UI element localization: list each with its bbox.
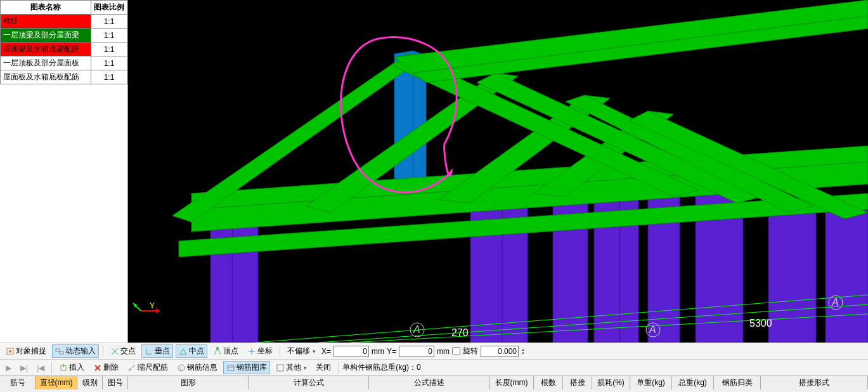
mm-label-2: mm (437, 347, 450, 356)
row-ratio: 1:1 (91, 56, 127, 70)
other-dropdown[interactable]: 其他 (273, 361, 310, 374)
col-class[interactable]: 钢筋归类 (714, 376, 761, 389)
col-desc[interactable]: 公式描述 (369, 376, 489, 389)
row-ratio: 1:1 (91, 42, 127, 56)
y-label: Y= (387, 347, 396, 356)
svg-point-55 (178, 365, 185, 371)
col-count[interactable]: 根数 (534, 376, 563, 389)
dyn-input-icon (55, 347, 64, 356)
info-icon: i (177, 363, 186, 372)
rotate-checkbox[interactable] (452, 347, 460, 355)
nav-last-button[interactable]: |◀ (34, 362, 48, 374)
insert-icon (59, 363, 68, 372)
side-header-ratio: 图表比例 (91, 1, 127, 15)
svg-rect-59 (277, 365, 283, 371)
delete-icon (93, 363, 102, 372)
svg-rect-45 (60, 351, 63, 354)
table-row[interactable]: 一层顶梁及部分屋面梁1:1 (1, 29, 127, 42)
col-shape[interactable]: 图形 (128, 376, 249, 389)
x-input[interactable] (334, 346, 369, 357)
side-header-name: 图表名称 (1, 1, 91, 15)
cross-icon (110, 347, 119, 356)
svg-marker-9 (768, 197, 816, 343)
edit-toolbar: ▶ ▶| |◀ 插入 删除 缩尺配筋 i 钢筋信息 钢筋图库 其他 关闭 单构件… (0, 359, 868, 376)
ucs-icon: Y (133, 301, 160, 313)
snap-icon (6, 347, 15, 356)
bottom-area: 对象捕捉 动态输入 交点 垂点 中点 顶点 坐标 不偏移 X= mm Y= mm… (0, 343, 868, 389)
other-icon (276, 363, 285, 372)
intersection-snap-button[interactable]: 交点 (107, 344, 139, 358)
rebar-library-button[interactable]: 钢筋图库 (223, 361, 270, 374)
apex-icon (213, 347, 222, 356)
svg-point-43 (9, 350, 11, 353)
layer-table[interactable]: 图表名称 图表比例 柱t31:1一层顶梁及部分屋面梁1:1屋面梁及水箱底梁配筋1… (0, 0, 127, 84)
object-snap-button[interactable]: 对象捕捉 (3, 344, 49, 358)
col-diameter[interactable]: 直径(mm) (36, 376, 77, 389)
table-row[interactable]: 一层顶板及部分屋面板1:1 (1, 56, 127, 70)
rotate-stepper[interactable]: ▲▼ (521, 348, 525, 355)
perpendicular-snap-button[interactable]: 垂点 (141, 344, 173, 358)
row-name: 一层顶板及部分屋面板 (1, 56, 91, 70)
col-shape-no[interactable]: 图号 (103, 376, 128, 389)
total-weight-label: 单构件钢筋总重(kg)：0 (342, 362, 420, 373)
apex-snap-button[interactable]: 顶点 (210, 344, 242, 358)
mm-label-1: mm (372, 347, 384, 356)
col-loss[interactable]: 损耗(%) (592, 376, 630, 389)
offset-select[interactable]: 不偏移 (284, 344, 319, 358)
row-name: 屋面梁及水箱底梁配筋 (1, 42, 91, 56)
col-rebar-no[interactable]: 筋号 (0, 376, 36, 389)
rotate-label: 旋转 (463, 346, 478, 356)
scale-icon (127, 363, 136, 372)
delete-button[interactable]: 删除 (90, 361, 122, 374)
x-label: X= (321, 347, 331, 356)
rebar-info-button[interactable]: i 钢筋信息 (174, 361, 221, 374)
row-ratio: 1:1 (91, 29, 127, 42)
scale-rebar-button[interactable]: 缩尺配筋 (124, 361, 171, 374)
svg-text:i: i (180, 365, 181, 372)
close-button[interactable]: 关闭 (313, 361, 334, 374)
perp-icon (145, 347, 153, 356)
col-unit-weight[interactable]: 单重(kg) (630, 376, 672, 389)
svg-point-48 (216, 347, 219, 350)
row-name: 柱t3 (1, 15, 91, 29)
row-name: 一层顶梁及部分屋面梁 (1, 29, 91, 42)
rotate-input[interactable] (481, 346, 519, 357)
coord-icon (247, 347, 256, 356)
svg-rect-44 (56, 349, 60, 351)
svg-text:A: A (831, 297, 839, 308)
col-total-weight[interactable]: 总重(kg) (672, 376, 714, 389)
col-grade[interactable]: 级别 (77, 376, 103, 389)
col-length[interactable]: 长度(mm) (489, 376, 534, 389)
svg-marker-10 (826, 200, 868, 343)
col-lap[interactable]: 搭接 (563, 376, 592, 389)
svg-rect-57 (228, 365, 234, 370)
library-icon (226, 363, 235, 372)
midpoint-snap-button[interactable]: 中点 (176, 344, 207, 358)
table-row[interactable]: 柱t31:1 (1, 15, 127, 29)
insert-button[interactable]: 插入 (56, 361, 87, 374)
svg-text:Y: Y (150, 301, 155, 310)
nav-first-button[interactable]: ▶ (3, 362, 15, 374)
mid-icon (179, 347, 188, 356)
snap-toolbar: 对象捕捉 动态输入 交点 垂点 中点 顶点 坐标 不偏移 X= mm Y= mm… (0, 343, 868, 359)
3d-viewport[interactable]: Y A A A 270 5300 (128, 0, 868, 343)
rebar-columns: 筋号 直径(mm) 级别 图号 图形 计算公式 公式描述 长度(mm) 根数 搭… (0, 376, 868, 389)
col-formula[interactable]: 计算公式 (249, 376, 369, 389)
nav-step-button[interactable]: ▶| (17, 362, 31, 374)
table-row[interactable]: 屋面板及水箱底板配筋1:1 (1, 70, 127, 84)
row-ratio: 1:1 (91, 15, 127, 29)
svg-marker-7 (648, 181, 680, 343)
table-row[interactable]: 屋面梁及水箱底梁配筋1:1 (1, 42, 127, 56)
side-panel: 图表名称 图表比例 柱t31:1一层顶梁及部分屋面梁1:1屋面梁及水箱底梁配筋1… (0, 0, 128, 343)
y-input[interactable] (399, 346, 434, 357)
row-ratio: 1:1 (91, 70, 127, 84)
svg-marker-27 (156, 308, 160, 313)
row-name: 屋面板及水箱底板配筋 (1, 70, 91, 84)
col-lap-form[interactable]: 搭接形式 (761, 376, 868, 389)
coordinate-snap-button[interactable]: 坐标 (244, 344, 276, 358)
dynamic-input-button[interactable]: 动态输入 (52, 344, 99, 358)
